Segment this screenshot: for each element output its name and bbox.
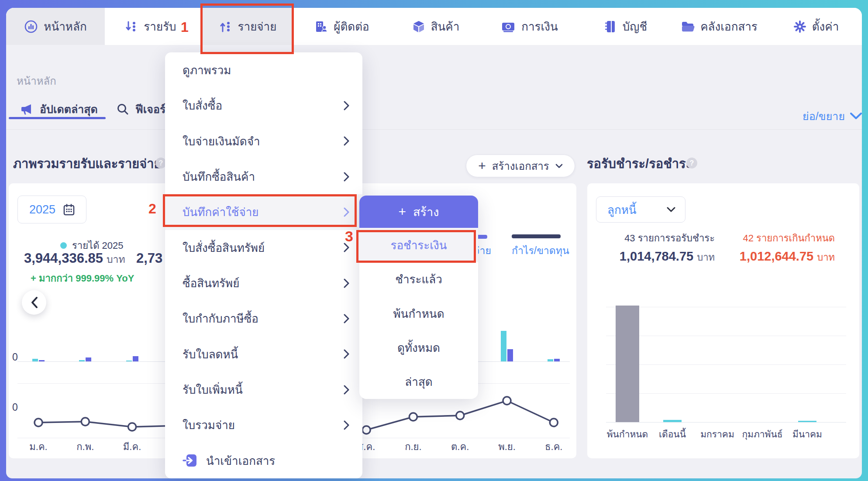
receivables-bar-chart	[587, 306, 859, 422]
nav-item-label: ผู้ติดต่อ	[334, 17, 369, 35]
month-axis-label: ก.ย.	[396, 439, 431, 454]
menu-item-asset-purchase-order[interactable]: ใบสั่งซื้อสินทรัพย์	[165, 230, 362, 265]
submenu-create-button[interactable]: + สร้าง	[359, 196, 478, 228]
nav-item-finance[interactable]: การเงิน	[498, 8, 561, 45]
nav-item-home[interactable]: หน้าหลัก	[6, 8, 105, 45]
profit-line-marker	[550, 419, 558, 426]
month-axis-label: มี.ค.	[115, 439, 150, 454]
profit-legend-label[interactable]: กำไร/ขาดทุน	[512, 243, 569, 258]
nav-item-label: สินค้า	[431, 17, 460, 35]
receivables-axis-label: เดือนนี้	[648, 427, 696, 441]
collapse-expand-label: ย่อ/ขยาย	[803, 107, 845, 125]
year-value: 2025	[29, 203, 55, 216]
menu-item-debit-note-received[interactable]: รับใบเพิ่มหนี้	[165, 372, 362, 407]
nav-item-products[interactable]: สินค้า	[410, 8, 462, 45]
menu-item-import-documents[interactable]: นำเข้าเอกสาร	[165, 443, 362, 478]
month-axis-label: ต.ค.	[443, 439, 478, 454]
megaphone-icon	[20, 103, 34, 116]
help-icon[interactable]: ?	[686, 158, 697, 168]
pending-count-label: 43 รายการรอรับชำระ	[620, 230, 715, 246]
expense-bar	[554, 359, 560, 361]
menu-item-label: บันทึกค่าใช้จ่าย	[183, 203, 259, 221]
profit-line-marker	[34, 419, 42, 426]
receivables-axis-label: พ้นกำหนด	[603, 427, 651, 441]
calendar-icon	[63, 204, 75, 216]
pending-amount: 1,014,784.75	[620, 249, 693, 263]
overdue-stat: 42 รายการเกินกำหนด 1,012,644.75บาท	[740, 230, 835, 265]
menu-item-combined-payment[interactable]: ใบรวมจ่าย	[165, 407, 362, 443]
overdue-count-label: 42 รายการเกินกำหนด	[740, 230, 835, 246]
receivables-axis: พ้นกำหนดเดือนนี้มกราคมกุมภาพันธ์มีนาคม	[587, 427, 859, 439]
collapse-expand-button[interactable]: ย่อ/ขยาย	[803, 107, 862, 125]
submenu-item-latest[interactable]: ล่าสุด	[359, 365, 478, 399]
menu-item-label: ใบสั่งซื้อ	[183, 96, 222, 114]
profit-line-marker	[456, 412, 464, 419]
expense-bar	[86, 357, 91, 361]
annotation-number-1: 1	[181, 19, 189, 35]
nav-item-label: รายรับ	[144, 17, 176, 35]
chevron-down-icon	[667, 207, 675, 213]
income-amount: 3,944,336.85	[24, 251, 103, 266]
profit-line-marker	[128, 423, 136, 431]
submenu-create-label: สร้าง	[413, 203, 439, 221]
menu-item-expense-record[interactable]: บันทึกค่าใช้จ่าย	[165, 194, 362, 230]
nav-item-expense[interactable]: รายจ่าย	[202, 8, 293, 45]
tab-feature-search[interactable]: ฟีเจอร์เ	[116, 100, 169, 118]
receivables-bar	[798, 421, 816, 422]
carousel-prev-button[interactable]	[22, 290, 46, 315]
nav-item-label: รายจ่าย	[238, 17, 277, 35]
plus-icon: +	[478, 159, 486, 172]
chevron-right-icon	[344, 207, 349, 217]
menu-item-purchase-order[interactable]: ใบสั่งซื้อ	[165, 88, 362, 123]
menu-item-label: ใบสั่งซื้อสินทรัพย์	[183, 239, 265, 257]
menu-item-purchase-tax-invoice[interactable]: ใบกำกับภาษีซื้อ	[165, 301, 362, 336]
menu-item-goods-purchase[interactable]: บันทึกซื้อสินค้า	[165, 159, 362, 194]
divider	[6, 129, 862, 130]
yoy-growth-label: + มากกว่า 999.99% YoY	[31, 271, 134, 286]
receivables-bar	[616, 306, 639, 422]
tab-latest-updates[interactable]: อัปเดตล่าสุด	[20, 100, 98, 118]
menu-item-label: ใบรวมจ่าย	[183, 416, 235, 434]
menu-item-overview[interactable]: ดูภาพรวม	[165, 52, 362, 88]
year-picker-button[interactable]: 2025	[17, 196, 86, 223]
nav-item-settings[interactable]: ตั้งค่า	[790, 8, 842, 45]
debtor-filter-select[interactable]: ลูกหนี้	[596, 196, 685, 223]
nav-item-accounting[interactable]: บัญชี	[600, 8, 651, 45]
menu-item-label: ใบกำกับภาษีซื้อ	[183, 309, 258, 327]
chevron-right-icon	[344, 349, 349, 359]
create-document-button[interactable]: + สร้างเอกสาร	[466, 155, 575, 177]
submenu-item-label: ล่าสุด	[405, 373, 432, 391]
nav-item-documents[interactable]: คลังเอกสาร	[678, 8, 761, 45]
expense-dropdown-menu: ดูภาพรวม ใบสั่งซื้อ ใบจ่ายเงินมัดจำ บันท…	[165, 52, 362, 478]
products-icon	[412, 20, 425, 34]
income-bar	[501, 331, 506, 361]
income-bar	[79, 360, 85, 361]
menu-item-label: ซื้อสินทรัพย์	[183, 274, 239, 292]
menu-item-deposit-payment[interactable]: ใบจ่ายเงินมัดจำ	[165, 124, 362, 159]
month-axis-label: ธ.ค.	[536, 439, 571, 454]
expense-record-submenu: + สร้าง รอชำระเงิน ชำระแล้ว พ้นกำหนด ดูท…	[359, 196, 478, 399]
submenu-item-label: ดูทั้งหมด	[397, 339, 440, 357]
menu-item-credit-note-received[interactable]: รับใบลดหนี้	[165, 337, 362, 372]
submenu-item-label: ชำระแล้ว	[395, 270, 442, 288]
nav-item-contacts[interactable]: ผู้ติดต่อ	[306, 8, 378, 45]
nav-item-income[interactable]: รายรับ	[122, 8, 179, 45]
submenu-item-overdue[interactable]: พ้นกำหนด	[359, 296, 478, 330]
annotation-number-2: 2	[148, 201, 156, 217]
chevron-right-icon	[344, 101, 349, 110]
annotation-number-3: 3	[345, 228, 353, 245]
income-bar	[32, 359, 38, 361]
chevron-right-icon	[344, 314, 349, 323]
submenu-item-view-all[interactable]: ดูทั้งหมด	[359, 330, 478, 364]
nav-item-label: บัญชี	[623, 17, 647, 35]
month-axis-label: ม.ค.	[21, 439, 56, 454]
finance-icon	[501, 20, 516, 33]
submenu-item-paid[interactable]: ชำระแล้ว	[359, 262, 478, 296]
debtor-filter-value: ลูกหนี้	[607, 201, 637, 219]
expense-bar	[133, 356, 138, 361]
chevron-right-icon	[344, 136, 349, 146]
chevron-right-icon	[344, 278, 349, 288]
expense-bar	[39, 360, 45, 361]
submenu-item-awaiting-payment[interactable]: รอชำระเงิน	[359, 228, 478, 262]
menu-item-asset-purchase[interactable]: ซื้อสินทรัพย์	[165, 265, 362, 301]
